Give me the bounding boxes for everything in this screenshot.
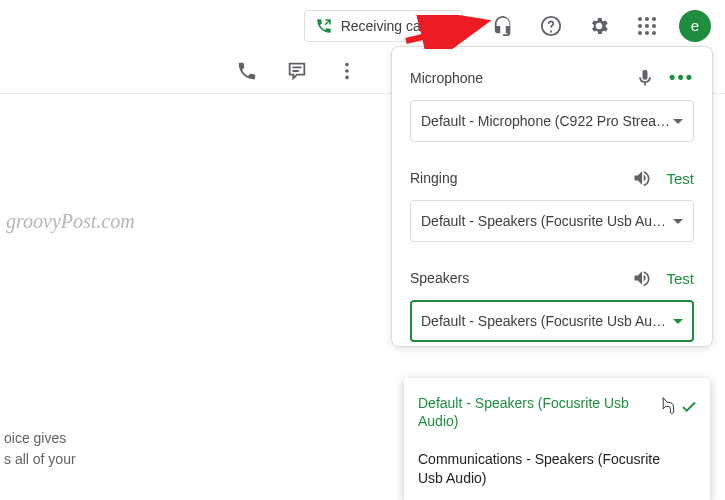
- cursor-pointer-icon: [660, 396, 676, 416]
- call-icon[interactable]: [229, 53, 265, 89]
- watermark: groovyPost.com: [6, 210, 135, 233]
- microphone-select[interactable]: Default - Microphone (C922 Pro Strea…: [410, 100, 694, 142]
- audio-settings-panel: Microphone ••• Default - Microphone (C92…: [391, 46, 713, 347]
- microphone-label: Microphone: [410, 70, 483, 86]
- mic-more-icon[interactable]: •••: [669, 67, 694, 88]
- speakers-label: Speakers: [410, 270, 469, 286]
- speakers-option-default[interactable]: Default - Speakers (Focusrite Usb Audio): [404, 384, 710, 440]
- avatar[interactable]: e: [679, 10, 711, 42]
- ringing-test-button[interactable]: Test: [666, 170, 694, 187]
- more-vert-icon[interactable]: [329, 53, 365, 89]
- svg-line-0: [406, 23, 480, 41]
- speakers-dropdown: Default - Speakers (Focusrite Usb Audio)…: [404, 378, 710, 500]
- speakers-option-communications[interactable]: Communications - Speakers (Focusrite Usb…: [404, 440, 710, 496]
- microphone-value: Default - Microphone (C922 Pro Strea…: [421, 113, 670, 129]
- check-icon: [680, 398, 698, 420]
- help-icon[interactable]: [531, 6, 571, 46]
- ringing-select[interactable]: Default - Speakers (Focusrite Usb Aud…: [410, 200, 694, 242]
- mic-icon: [635, 68, 655, 88]
- caret-down-icon: [673, 219, 683, 224]
- ringing-value: Default - Speakers (Focusrite Usb Aud…: [421, 213, 671, 229]
- avatar-letter: e: [691, 17, 699, 34]
- speakers-test-button[interactable]: Test: [666, 270, 694, 287]
- phone-incoming-icon: [315, 17, 333, 35]
- svg-point-1: [345, 62, 349, 66]
- caret-down-icon: [673, 319, 683, 324]
- speakers-value: Default - Speakers (Focusrite Usb Aud…: [421, 313, 671, 329]
- caret-down-icon: [673, 119, 683, 124]
- speakers-select[interactable]: Default - Speakers (Focusrite Usb Aud…: [410, 300, 694, 342]
- annotation-arrow: [402, 15, 502, 49]
- gear-icon[interactable]: [579, 6, 619, 46]
- ringing-label: Ringing: [410, 170, 457, 186]
- top-toolbar: Receiving calls e: [0, 0, 725, 48]
- speaker-icon[interactable]: [632, 168, 652, 188]
- message-icon[interactable]: [279, 53, 315, 89]
- svg-point-2: [345, 69, 349, 73]
- clipped-body-text: oice gives s all of your: [4, 428, 76, 470]
- apps-grid-icon[interactable]: [627, 6, 667, 46]
- speaker-icon[interactable]: [632, 268, 652, 288]
- svg-point-3: [345, 75, 349, 79]
